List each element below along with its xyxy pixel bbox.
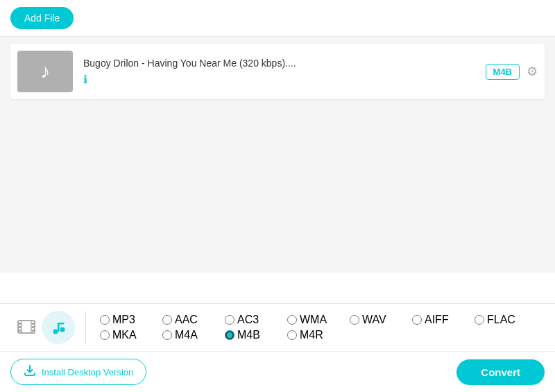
radio-flac[interactable] <box>475 315 484 325</box>
radio-m4b[interactable] <box>225 330 234 340</box>
svg-rect-6 <box>32 330 35 332</box>
radio-aiff[interactable] <box>412 315 422 325</box>
format-option-m4a[interactable]: M4A <box>162 329 221 341</box>
format-option-aiff[interactable]: AIFF <box>412 314 471 326</box>
svg-point-9 <box>53 330 58 334</box>
bottom-actions: Install Desktop Version Convert <box>0 352 555 392</box>
svg-rect-1 <box>18 323 21 325</box>
music-note-icon: ♪ <box>40 60 50 83</box>
convert-button[interactable]: Convert <box>456 359 545 385</box>
install-label: Install Desktop Version <box>42 367 133 377</box>
film-icon <box>17 317 36 336</box>
svg-rect-4 <box>32 323 35 325</box>
bottom-panel: MP3 AAC AC3 WMA WAV AIFF F <box>0 303 555 392</box>
svg-point-10 <box>60 327 65 332</box>
svg-rect-2 <box>18 326 21 328</box>
media-type-tabs <box>10 311 86 344</box>
top-bar: Add File <box>0 0 555 37</box>
radio-mka[interactable] <box>100 330 110 340</box>
format-panel: MP3 AAC AC3 WMA WAV AIFF F <box>0 304 555 352</box>
audio-tab[interactable] <box>42 311 75 344</box>
radio-aac[interactable] <box>162 315 172 325</box>
format-option-flac[interactable]: FLAC <box>475 314 533 326</box>
file-info: Bugoy Drilon - Having You Near Me (320 k… <box>83 58 486 86</box>
file-actions: M4B ⚙ <box>486 64 538 80</box>
radio-wma[interactable] <box>287 315 297 325</box>
radio-m4a[interactable] <box>162 330 172 340</box>
format-badge: M4B <box>486 64 520 80</box>
svg-rect-12 <box>58 323 65 325</box>
install-desktop-button[interactable]: Install Desktop Version <box>10 359 146 385</box>
download-icon <box>24 364 36 380</box>
format-row-1: MP3 AAC AC3 WMA WAV AIFF F <box>100 314 545 326</box>
file-name: Bugoy Drilon - Having You Near Me (320 k… <box>83 58 486 69</box>
settings-icon[interactable]: ⚙ <box>527 64 538 79</box>
format-option-aac[interactable]: AAC <box>162 314 221 326</box>
format-row-2: MKA M4A M4B M4R <box>100 329 545 341</box>
svg-rect-3 <box>18 330 21 332</box>
file-item: ♪ Bugoy Drilon - Having You Near Me (320… <box>10 44 545 99</box>
add-file-button[interactable]: Add File <box>10 7 74 29</box>
format-option-mp3[interactable]: MP3 <box>100 314 159 326</box>
audio-icon <box>49 318 68 337</box>
format-options: MP3 AAC AC3 WMA WAV AIFF F <box>100 314 545 341</box>
video-tab[interactable] <box>10 311 42 342</box>
format-option-m4r[interactable]: M4R <box>287 329 346 341</box>
svg-rect-5 <box>32 326 35 328</box>
format-option-wav[interactable]: WAV <box>350 314 409 326</box>
file-thumbnail: ♪ <box>17 51 73 92</box>
file-list-area: ♪ Bugoy Drilon - Having You Near Me (320… <box>0 37 555 273</box>
radio-ac3[interactable] <box>225 315 234 325</box>
radio-wav[interactable] <box>350 315 359 325</box>
format-option-mka[interactable]: MKA <box>100 329 159 341</box>
info-icon[interactable]: ℹ <box>83 74 87 85</box>
radio-m4r[interactable] <box>287 330 297 340</box>
radio-mp3[interactable] <box>100 315 110 325</box>
format-option-wma[interactable]: WMA <box>287 314 346 326</box>
format-option-m4b[interactable]: M4B <box>225 329 284 341</box>
format-option-ac3[interactable]: AC3 <box>225 314 284 326</box>
